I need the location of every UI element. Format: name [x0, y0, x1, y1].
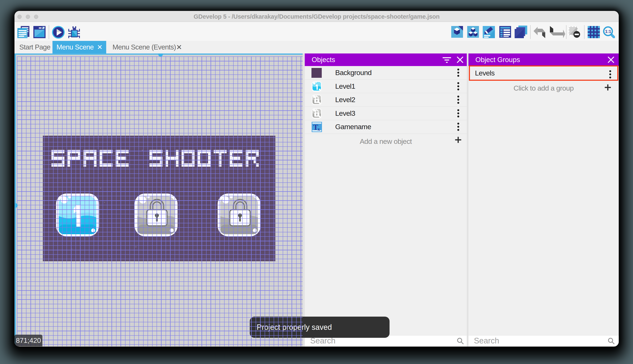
svg-text:x: x: [318, 126, 320, 132]
svg-text:1:1: 1:1: [605, 29, 611, 34]
